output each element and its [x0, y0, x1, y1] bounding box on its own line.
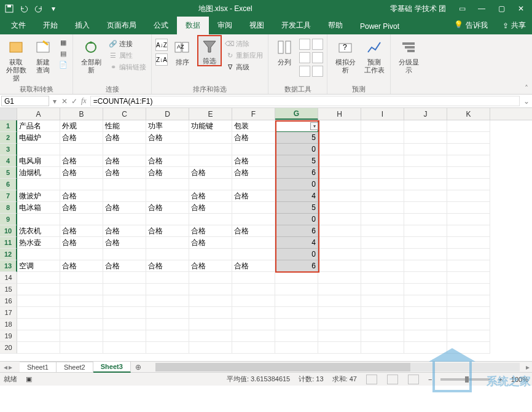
- cell[interactable]: [189, 330, 232, 342]
- cell[interactable]: [232, 295, 275, 307]
- zoom-out-icon[interactable]: −: [428, 376, 432, 383]
- cell[interactable]: 合格: [232, 167, 275, 179]
- cell[interactable]: 合格: [146, 132, 189, 144]
- ribbon-display-icon[interactable]: ▭: [453, 1, 471, 16]
- zoom-in-icon[interactable]: +: [498, 376, 502, 383]
- cell[interactable]: 包装: [232, 120, 275, 132]
- properties-button[interactable]: ☰属性: [108, 50, 147, 61]
- sort-za-button[interactable]: Z↓A: [155, 53, 168, 66]
- column-header-a[interactable]: A: [17, 108, 60, 120]
- cell[interactable]: 合格: [60, 155, 103, 167]
- cell[interactable]: [232, 342, 275, 354]
- tab-help[interactable]: 帮助: [319, 17, 351, 34]
- cell[interactable]: [361, 120, 404, 132]
- cell[interactable]: 合格: [103, 225, 146, 237]
- cell[interactable]: [232, 214, 275, 225]
- cell[interactable]: [103, 330, 146, 342]
- cell[interactable]: [447, 319, 490, 330]
- formula-input[interactable]: =COUNTA(A1:F1): [90, 96, 520, 106]
- cell[interactable]: [146, 330, 189, 342]
- cell[interactable]: [447, 155, 490, 167]
- row-header[interactable]: 10: [0, 225, 17, 237]
- cell[interactable]: [318, 167, 361, 179]
- cell[interactable]: [361, 284, 404, 295]
- row-header[interactable]: 19: [0, 330, 17, 342]
- cell[interactable]: [232, 144, 275, 155]
- row-header[interactable]: 17: [0, 307, 17, 319]
- cell[interactable]: [404, 295, 447, 307]
- cell[interactable]: [318, 272, 361, 284]
- undo-icon[interactable]: [17, 2, 31, 15]
- cell[interactable]: 合格: [189, 190, 232, 202]
- remove-duplicates-button[interactable]: [312, 39, 323, 50]
- view-page-layout-button[interactable]: [387, 375, 398, 384]
- cell[interactable]: [318, 237, 361, 249]
- refresh-all-button[interactable]: 全部刷新: [77, 36, 105, 76]
- cell[interactable]: [447, 260, 490, 272]
- column-header-g[interactable]: G: [275, 108, 318, 120]
- cell[interactable]: [318, 295, 361, 307]
- cell[interactable]: 合格: [60, 190, 103, 202]
- sort-az-button[interactable]: A↓Z: [155, 39, 168, 51]
- cell[interactable]: [361, 237, 404, 249]
- cell[interactable]: [17, 249, 60, 260]
- row-header[interactable]: 15: [0, 284, 17, 295]
- cell[interactable]: [17, 179, 60, 190]
- cell[interactable]: 合格: [103, 167, 146, 179]
- cell[interactable]: [17, 319, 60, 330]
- tab-file[interactable]: 文件: [2, 17, 34, 34]
- cell[interactable]: [361, 179, 404, 190]
- tab-formulas[interactable]: 公式: [145, 17, 177, 34]
- cell[interactable]: [146, 342, 189, 354]
- cell[interactable]: 功率: [146, 120, 189, 132]
- select-all-corner[interactable]: [0, 108, 17, 120]
- cell[interactable]: [60, 214, 103, 225]
- cell[interactable]: [232, 330, 275, 342]
- cell[interactable]: [447, 120, 490, 132]
- cell[interactable]: [361, 260, 404, 272]
- filter-button[interactable]: 筛选: [197, 35, 222, 66]
- cell[interactable]: [318, 249, 361, 260]
- cell[interactable]: [103, 214, 146, 225]
- cell[interactable]: [361, 144, 404, 155]
- cell[interactable]: [404, 132, 447, 144]
- collapse-ribbon-icon[interactable]: ˄: [525, 84, 528, 93]
- minimize-icon[interactable]: —: [473, 1, 490, 16]
- cell[interactable]: [232, 307, 275, 319]
- cell[interactable]: [60, 330, 103, 342]
- cell[interactable]: 微波炉: [17, 190, 60, 202]
- cell[interactable]: 合格: [189, 225, 232, 237]
- cell[interactable]: [318, 284, 361, 295]
- scroll-right-icon[interactable]: ▸: [523, 363, 532, 371]
- cell[interactable]: [275, 342, 318, 354]
- cell[interactable]: [361, 225, 404, 237]
- cell[interactable]: [404, 260, 447, 272]
- cell[interactable]: [361, 155, 404, 167]
- cell[interactable]: [103, 319, 146, 330]
- cell[interactable]: [146, 284, 189, 295]
- row-header[interactable]: 11: [0, 237, 17, 249]
- cell[interactable]: [318, 132, 361, 144]
- clear-filter-button[interactable]: ⌫清除: [224, 39, 264, 49]
- cell[interactable]: [17, 272, 60, 284]
- cell[interactable]: 合格: [146, 225, 189, 237]
- show-queries-button[interactable]: ▦: [58, 37, 69, 47]
- new-query-button[interactable]: 新建 查询: [31, 36, 55, 76]
- cell[interactable]: [60, 295, 103, 307]
- edit-links-button[interactable]: ⚭编辑链接: [108, 62, 147, 72]
- cell[interactable]: 合格: [146, 167, 189, 179]
- cell[interactable]: 6: [275, 167, 318, 179]
- cell[interactable]: 合格: [146, 260, 189, 272]
- cell[interactable]: [17, 330, 60, 342]
- cell[interactable]: [361, 342, 404, 354]
- cell[interactable]: [447, 167, 490, 179]
- row-header[interactable]: 18: [0, 319, 17, 330]
- cell[interactable]: [318, 260, 361, 272]
- view-page-break-button[interactable]: [408, 375, 419, 384]
- row-header[interactable]: 16: [0, 295, 17, 307]
- tab-developer[interactable]: 开发工具: [273, 17, 319, 34]
- cell[interactable]: [17, 284, 60, 295]
- tell-me[interactable]: 💡告诉我: [445, 17, 496, 34]
- cell[interactable]: 0: [275, 214, 318, 225]
- maximize-icon[interactable]: ▢: [493, 1, 510, 16]
